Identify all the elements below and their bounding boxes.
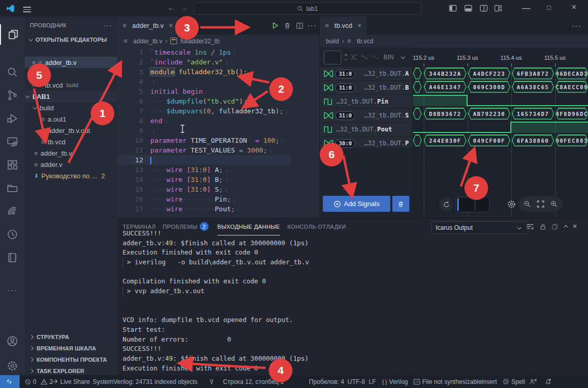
- zoom-in-icon[interactable]: [550, 200, 558, 208]
- toggle-secondary-sidebar-icon[interactable]: [480, 5, 488, 12]
- wave-expand-collapse[interactable]: +−: [344, 53, 348, 62]
- tree-item[interactable]: ⬇Руководство по ...2: [25, 170, 117, 181]
- extensions-icon[interactable]: [0, 155, 25, 175]
- nav-back-icon[interactable]: ←: [167, 3, 175, 12]
- code-line[interactable]: 10parameter TIME_OPERATION = 100;↓: [117, 136, 291, 145]
- run-button[interactable]: [269, 16, 281, 35]
- tree-item[interactable]: ×≡adder_tb.v: [25, 57, 117, 68]
- code-line[interactable]: 13····wire [31:0] A;↓: [117, 165, 291, 175]
- indentation-status[interactable]: Пробелов: 4: [309, 375, 344, 388]
- command-search-input[interactable]: lab1: [194, 3, 421, 14]
- synthesizable-status[interactable]: File not synthesizable: [413, 375, 481, 388]
- nav-forward-icon[interactable]: →: [180, 3, 188, 12]
- language-mode[interactable]: { }Verilog: [382, 375, 408, 388]
- code-line[interactable]: 8end↓: [117, 116, 291, 126]
- bus-format-icon[interactable]: [351, 54, 358, 60]
- wave-delete-button[interactable]: [392, 196, 409, 212]
- split-editor-icon[interactable]: [293, 16, 306, 35]
- signal-row-pout[interactable]: …32_tb.DUT.Pout: [320, 123, 412, 137]
- add-signals-button[interactable]: Add Signals: [323, 196, 390, 212]
- signal-row-a[interactable]: 31:0…32_tb.DUT.A: [320, 67, 412, 81]
- spell-status[interactable]: Spell: [503, 375, 525, 388]
- signal-row-s[interactable]: 31:0…32_tb.DUT.S: [320, 109, 412, 123]
- cursor-position[interactable]: Строка 12, столбец 1: [223, 375, 284, 388]
- tab-adder-tb[interactable]: ≡ adder_tb.v ×: [117, 16, 178, 35]
- radix-select[interactable]: BIN: [384, 54, 394, 61]
- maximize-button[interactable]: □: [547, 4, 551, 11]
- open-editors-header[interactable]: ОТКРЫТЫЕ РЕДАКТОРЫ: [25, 34, 117, 45]
- insert-mode-status[interactable]: Insert: [481, 375, 497, 388]
- close-editor-icon[interactable]: ×: [32, 59, 36, 66]
- remote-explorer-icon[interactable]: [0, 131, 25, 152]
- code-line[interactable]: 9↓: [117, 126, 291, 136]
- close-button[interactable]: ×: [572, 3, 576, 12]
- account-icon[interactable]: [0, 331, 25, 351]
- port-icon[interactable]: [209, 378, 215, 385]
- code-line[interactable]: 5initial begin↓: [117, 87, 291, 96]
- feedback-icon[interactable]: [529, 378, 537, 385]
- tree-item[interactable]: ≡tb.vcd: [25, 136, 117, 147]
- wave-scroll-widget[interactable]: [456, 197, 490, 212]
- analog-format-icon[interactable]: [361, 54, 368, 60]
- code-line[interactable]: 4↓: [117, 77, 291, 87]
- live-share-button[interactable]: Live Share: [51, 375, 90, 388]
- sidebar-section-компоненты-проекта[interactable]: КОМПОНЕНТЫ ПРОЕКТА: [25, 354, 117, 365]
- code-line[interactable]: 11parameter TEST_VALUES = 3000;↓: [117, 145, 291, 155]
- tree-item[interactable]: ≡adder_tb.v: [25, 147, 117, 159]
- waveform-canvas[interactable]: 115.2 us115.3 us115.4 us115.5 us344B232A…: [413, 47, 588, 218]
- wave-reload-button[interactable]: [439, 197, 453, 211]
- code-line[interactable]: 6····$dumpfile("tb.vcd");↓: [117, 96, 291, 106]
- terminal-output[interactable]: SUCCESS!!!adder_tb.v:49: $finish called …: [123, 229, 584, 376]
- open-editors-group[interactable]: [25, 45, 117, 57]
- analog-format-icon-2[interactable]: [371, 54, 378, 60]
- code-line[interactable]: 14····wire [31:0] B;↓: [117, 175, 291, 184]
- notebook-icon[interactable]: [0, 247, 25, 268]
- explorer-icon[interactable]: [0, 24, 26, 45]
- espressif-icon[interactable]: [0, 201, 25, 222]
- trash-icon[interactable]: [281, 16, 293, 35]
- tree-folder[interactable]: build: [25, 102, 117, 113]
- workspace-root[interactable]: LAB1: [25, 91, 117, 102]
- eol-status[interactable]: LF: [369, 375, 376, 388]
- tab-close-icon[interactable]: ×: [357, 22, 361, 29]
- code-line[interactable]: 17····wire········Pout;↓: [117, 204, 291, 214]
- code-editor[interactable]: 1`timescale 1ns / 1ps↓2`include "adder.v…: [117, 47, 291, 218]
- signal-row-pin[interactable]: …32_tb.DUT.Pin: [320, 95, 412, 109]
- toggle-sidebar-icon[interactable]: [449, 5, 457, 12]
- wave-more-icon[interactable]: ···: [572, 22, 581, 31]
- zoom-fit-icon[interactable]: [537, 200, 544, 208]
- folder-view-icon[interactable]: [0, 178, 25, 198]
- source-control-icon[interactable]: [0, 85, 25, 106]
- breadcrumb[interactable]: ≡ adder_tb.v › fulladder32_tb: [117, 35, 319, 47]
- notifications-bell-icon[interactable]: [545, 378, 551, 385]
- tree-item[interactable]: ≡adder_tb.v.out: [25, 125, 117, 136]
- wave-settings-gear-icon[interactable]: [507, 200, 516, 209]
- problems-status[interactable]: 0 2: [25, 375, 53, 388]
- tree-item[interactable]: ≡a.out1: [25, 113, 117, 125]
- close-editor-icon[interactable]: ×: [32, 81, 36, 89]
- search-view-icon[interactable]: [0, 62, 25, 82]
- tree-item[interactable]: ≡adder.v: [25, 159, 117, 170]
- tab-close-icon[interactable]: ×: [169, 22, 173, 29]
- wave-breadcrumb[interactable]: build › ≡ tb.vcd: [320, 35, 588, 47]
- editor-more-icon[interactable]: ···: [306, 16, 318, 35]
- sidebar-more-icon[interactable]: ···: [103, 21, 112, 29]
- code-line[interactable]: 16····wire········Pin;↓: [117, 194, 291, 204]
- settings-gear-icon[interactable]: [0, 356, 25, 376]
- code-line[interactable]: 7····$dumpvars(0, fulladder32_tb);↓: [117, 106, 291, 116]
- signal-row-p[interactable]: 30:0…32_tb.DUT.P: [320, 137, 412, 150]
- tab-tb-vcd[interactable]: ≡ tb.vcd ×: [320, 16, 367, 35]
- project-timeline-icon[interactable]: [0, 224, 25, 245]
- encoding-status[interactable]: UTF-8: [348, 375, 365, 388]
- tree-item[interactable]: ×≡tb.vcdbuild: [25, 79, 117, 91]
- menu-icon[interactable]: [23, 5, 31, 14]
- remote-indicator[interactable]: [0, 375, 20, 388]
- zoom-out-icon[interactable]: [524, 200, 531, 208]
- code-line[interactable]: 15····wire [31:0] S;↓: [117, 184, 291, 194]
- language-status[interactable]: SystemVerilog: 24731 indexed objects: [93, 375, 197, 388]
- wave-color-swatch[interactable]: [324, 50, 341, 64]
- code-line[interactable]: 1`timescale 1ns / 1ps↓: [117, 47, 291, 57]
- sidebar-section-структура[interactable]: СТРУКТУРА: [25, 331, 117, 343]
- customize-layout-icon[interactable]: [494, 5, 502, 12]
- run-debug-icon[interactable]: [0, 108, 25, 129]
